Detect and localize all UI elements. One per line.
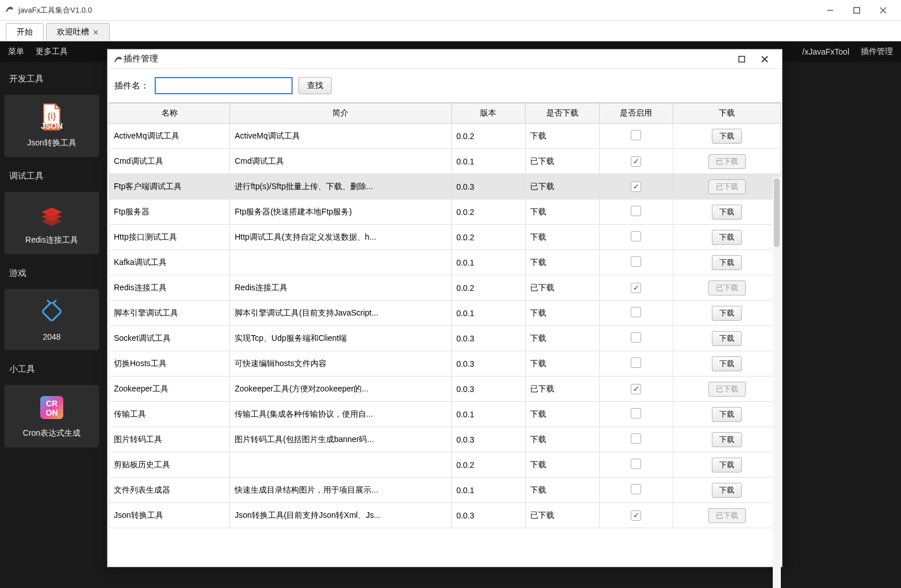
cell-downloaded: 下载 [526,326,599,351]
menu-item-more-tools[interactable]: 更多工具 [36,47,68,57]
download-button[interactable]: 下载 [712,129,742,144]
table-row[interactable]: Zookeeper工具Zookeeper工具(方便对zookeeper的...0… [109,376,781,402]
dialog-maximize-button[interactable] [730,51,753,67]
table-row[interactable]: Http接口测试工具Http调试工具(支持自定义发送数据、h...0.0.2下载… [109,225,781,250]
menubar-plugin-mgr[interactable]: 插件管理 [861,47,893,57]
enabled-checkbox[interactable] [631,433,641,444]
cell-name: Socket调试工具 [109,326,230,351]
close-icon[interactable]: ✕ [93,28,99,37]
enabled-checkbox[interactable] [631,332,641,343]
downloaded-button: 已下载 [708,382,746,397]
json-icon: {i}JSON [38,103,66,131]
cell-name: Http接口测试工具 [109,225,230,250]
sidebar-tile[interactable]: CRONCron表达式生成 [5,385,99,447]
download-button[interactable]: 下载 [712,306,742,321]
minimize-button[interactable] [817,2,844,19]
cell-desc: 脚本引擎调试工具(目前支持JavaScript... [230,301,451,326]
dialog-close-button[interactable] [753,51,776,67]
cell-downloaded: 下载 [526,402,599,427]
cell-enabled [599,250,673,275]
scrollbar-thumb[interactable] [774,178,780,247]
download-button[interactable]: 下载 [712,205,742,220]
table-row[interactable]: Ftp客户端调试工具进行ftp(s)/Sftp批量上传、下载、删除...0.0.… [109,174,781,199]
cell-name: 传输工具 [109,402,230,427]
download-button[interactable]: 下载 [712,432,742,447]
svg-rect-7 [42,302,62,321]
cell-name: 剪贴板历史工具 [109,452,230,478]
table-row[interactable]: 传输工具传输工具(集成各种传输协议，使用自...0.0.1下载下载 [109,402,781,427]
enabled-checkbox[interactable] [631,484,641,494]
table-row[interactable]: 图片转码工具图片转码工具(包括图片生成banner码...0.0.3下载下载 [109,427,781,452]
cell-downloaded: 已下载 [526,149,599,174]
download-button[interactable]: 下载 [712,458,742,472]
enabled-checkbox[interactable] [631,459,641,469]
download-button[interactable]: 下载 [712,483,742,498]
sidebar-tile[interactable]: Redis连接工具 [5,192,99,254]
table-row[interactable]: Redis连接工具Redis连接工具0.0.2已下载已下载 [109,275,781,301]
download-button[interactable]: 下载 [712,230,742,245]
cell-action: 已下载 [673,503,781,528]
table-row[interactable]: ActiveMq调试工具ActiveMq调试工具0.0.2下载下载 [109,124,781,149]
cell-downloaded: 下载 [526,124,599,149]
cell-enabled [599,427,673,452]
menubar-link[interactable]: /xJavaFxTool [802,47,849,56]
table-row[interactable]: 文件列表生成器快速生成目录结构图片，用于项目展示...0.0.1下载下载 [109,478,781,503]
sidebar-tile[interactable]: 2048 [5,289,99,350]
maximize-button[interactable] [844,2,870,19]
tab-welcome[interactable]: 欢迎吐槽✕ [46,23,110,41]
enabled-checkbox[interactable] [631,384,641,394]
svg-rect-1 [854,7,860,13]
cell-version: 0.0.2 [451,225,525,250]
cell-downloaded: 下载 [526,452,599,478]
table-row[interactable]: Socket调试工具实现Tcp、Udp服务端和Client端0.0.3下载下载 [109,326,781,351]
col-header-action[interactable]: 下载 [673,103,781,124]
download-button[interactable]: 下载 [712,356,742,371]
cell-downloaded: 已下载 [526,174,599,199]
cell-downloaded: 下载 [526,478,599,503]
enabled-checkbox[interactable] [631,283,641,293]
enabled-checkbox[interactable] [631,307,641,317]
table-row[interactable]: 脚本引擎调试工具脚本引擎调试工具(目前支持JavaScript...0.0.1下… [109,301,781,326]
tab-start[interactable]: 开始 [6,23,44,41]
tab-label: 欢迎吐槽 [57,27,89,37]
svg-text:{i}: {i} [48,112,56,121]
enabled-checkbox[interactable] [631,358,641,368]
enabled-checkbox[interactable] [631,510,641,521]
enabled-checkbox[interactable] [631,408,641,418]
cell-desc [230,452,451,478]
table-row[interactable]: Cmd调试工具Cmd调试工具0.0.1已下载已下载 [109,149,781,174]
cell-version: 0.0.1 [451,478,525,503]
cell-enabled [599,503,673,528]
table-row[interactable]: Kafka调试工具0.0.1下载下载 [109,250,781,275]
table-row[interactable]: 切换Hosts工具可快速编辑hosts文件内容0.0.3下载下载 [109,351,781,376]
plugin-name-input[interactable] [155,77,293,94]
table-row[interactable]: 剪贴板历史工具0.0.2下载下载 [109,452,781,478]
scrollbar-track[interactable] [773,177,781,588]
enabled-checkbox[interactable] [631,156,641,167]
table-row[interactable]: Ftp服务器Ftp服务器(快速搭建本地Ftp服务)0.0.2下载下载 [109,199,781,225]
col-header-desc[interactable]: 简介 [230,103,451,124]
download-button[interactable]: 下载 [712,331,742,346]
col-header-enabled[interactable]: 是否启用 [599,103,673,124]
menu-item-menu[interactable]: 菜单 [8,47,24,57]
download-button[interactable]: 下载 [712,255,742,270]
sidebar: 开发工具{i}JSONJson转换工具调试工具Redis连接工具游戏2048小工… [0,62,103,588]
col-header-name[interactable]: 名称 [109,103,230,124]
cell-desc: 快速生成目录结构图片，用于项目展示... [230,478,451,503]
enabled-checkbox[interactable] [631,182,641,192]
search-label: 插件名： [114,80,149,91]
close-button[interactable] [870,2,896,19]
search-button[interactable]: 查找 [298,77,332,94]
table-row[interactable]: Json转换工具Json转换工具(目前支持Json转Xml、Js...0.0.3… [109,503,781,528]
cell-enabled [599,301,673,326]
enabled-checkbox[interactable] [631,206,641,216]
tile-label: Redis连接工具 [25,235,78,245]
col-header-downloaded[interactable]: 是否下载 [526,103,599,124]
enabled-checkbox[interactable] [631,231,641,241]
enabled-checkbox[interactable] [631,256,641,267]
cell-name: Cmd调试工具 [109,149,230,174]
download-button[interactable]: 下载 [712,407,742,422]
col-header-version[interactable]: 版本 [451,103,525,124]
enabled-checkbox[interactable] [631,130,641,140]
sidebar-tile[interactable]: {i}JSONJson转换工具 [5,95,99,157]
